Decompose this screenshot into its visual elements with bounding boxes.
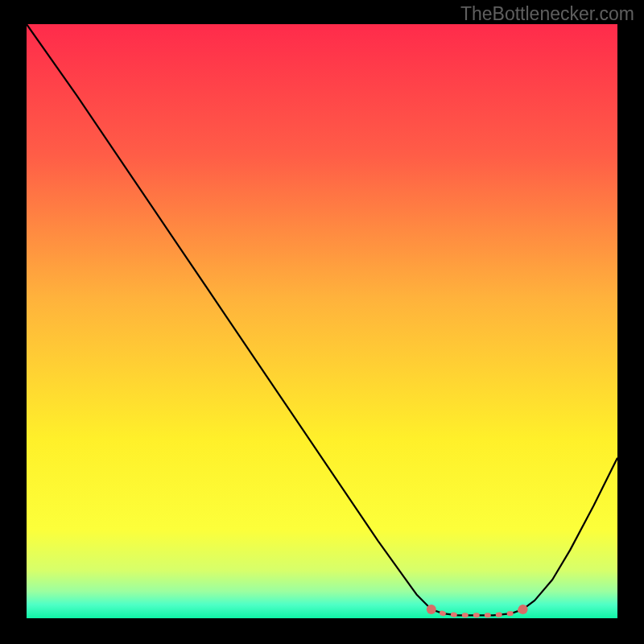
optimal-zone-start-cap xyxy=(427,605,436,614)
chart-background xyxy=(27,24,617,618)
watermark-text: TheBottlenecker.com xyxy=(460,3,634,25)
bottleneck-chart xyxy=(27,24,617,618)
chart-svg xyxy=(27,24,617,618)
optimal-zone-end-cap xyxy=(518,605,528,614)
